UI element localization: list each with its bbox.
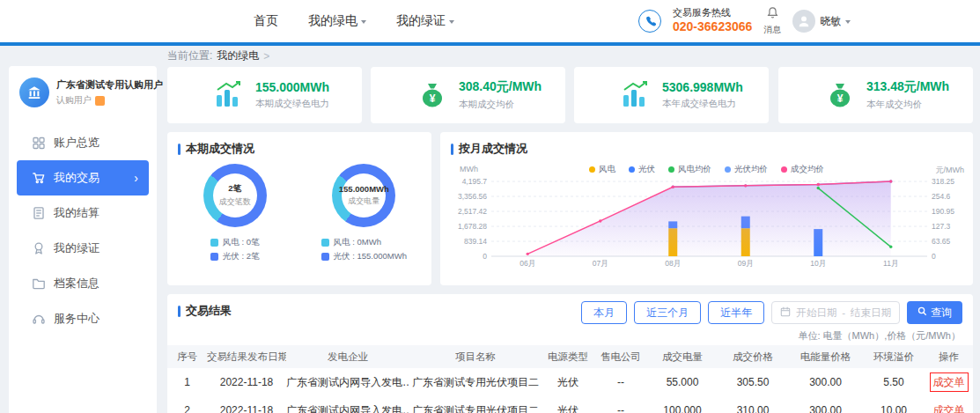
- top-header: 首页 我的绿电 我的绿证 交易服务热线 020-36623066: [0, 0, 980, 42]
- sidebar-item-green-cert[interactable]: 我的绿证: [9, 231, 157, 266]
- stat-card-period-avg-price: ¥ 308.40元/MWh 本期成交均价: [371, 67, 565, 123]
- col-header: 操作: [925, 345, 973, 368]
- donut-label: 成交电量: [348, 195, 379, 207]
- cell-price: 305.50: [718, 368, 788, 396]
- sidebar-item-my-trades[interactable]: 我的交易 ›: [17, 160, 149, 195]
- unit-note: 单位: 电量（MWh）,价格（元/MWh）: [798, 329, 961, 343]
- search-button[interactable]: 查询: [907, 301, 962, 324]
- x-tick-label: 06月: [519, 259, 535, 268]
- point-成交均价: [889, 180, 892, 182]
- cell-energy-price: 300.00: [788, 396, 863, 413]
- stat-label: 本年成交均价: [866, 99, 949, 111]
- legend-item-solar-avg[interactable]: 光伏均价: [725, 164, 768, 175]
- user-menu[interactable]: 晓敏: [792, 10, 851, 33]
- x-tick-label: 08月: [665, 259, 681, 268]
- sidebar: 广东省测试专用认购用户 认购用户 账户总览 我的交易 › 我的结算: [9, 66, 157, 413]
- stat-text: 308.40元/MWh 本期成交均价: [459, 79, 542, 111]
- sidebar-item-account-overview[interactable]: 账户总览: [9, 125, 157, 160]
- y-right-tick-label: 318.25: [932, 177, 954, 186]
- legend-label: 光伏: [638, 164, 655, 175]
- table-row: 2 2022-11-18 广东省测试内网导入发电… 广东省测试专用光伏项目二 光…: [167, 396, 973, 413]
- cell-env-premium: 5.50: [863, 368, 925, 396]
- y-right-tick-label: 127.3: [932, 222, 951, 231]
- donut-value: 2笔: [228, 183, 241, 195]
- bell-icon: [766, 6, 779, 23]
- breadcrumb-current[interactable]: 我的绿电: [217, 48, 259, 63]
- col-header: 交易结果发布日期: [207, 345, 286, 368]
- point-成交均价: [599, 219, 601, 222]
- nav-my-green-cert[interactable]: 我的绿证: [396, 13, 454, 29]
- date-range-picker[interactable]: 开始日期 - 结束日期: [771, 301, 900, 324]
- y-right-tick-label: 190.95: [932, 207, 954, 216]
- col-header: 成交电量: [647, 345, 718, 368]
- results-table: 序号 交易结果发布日期 发电企业 项目名称 电源类型 售电公司 成交电量 成交价…: [167, 345, 973, 413]
- legend-item-deal-avg[interactable]: 成交均价: [781, 164, 824, 175]
- headset-icon: [32, 312, 46, 326]
- y-left-tick-label: 4,195.7: [462, 177, 488, 186]
- sidebar-item-archive[interactable]: 档案信息: [9, 266, 157, 301]
- point-成交均价: [744, 184, 747, 187]
- sidebar-item-service-center[interactable]: 服务中心: [9, 301, 157, 336]
- point-风电均价: [817, 187, 820, 189]
- money-bag-icon: ¥: [416, 79, 448, 111]
- monthly-chart-panel: 按月成交情况 MWh 风电 光伏 风电均价 光伏均价 成交均价 元/MWh 4,…: [440, 132, 973, 285]
- main-nav: 首页 我的绿电 我的绿证: [254, 0, 454, 42]
- x-tick-label: 10月: [810, 259, 826, 268]
- app-root: 首页 我的绿电 我的绿证 交易服务热线 020-36623066: [0, 0, 980, 413]
- sidebar-item-label: 我的交易: [54, 170, 99, 186]
- money-bag-icon: ¥: [824, 79, 856, 111]
- legend-item: 光伏 : 155.000MWh: [321, 249, 407, 263]
- legend-item-wind-avg[interactable]: 风电均价: [668, 164, 711, 175]
- org-info: 广东省测试专用认购用户 认购用户: [56, 78, 163, 107]
- legend-item-solar[interactable]: 光伏: [629, 164, 655, 175]
- col-header: 发电企业: [286, 345, 409, 368]
- sidebar-item-label: 档案信息: [54, 276, 99, 291]
- nav-home[interactable]: 首页: [254, 13, 278, 29]
- stat-card-period-volume: 155.000MWh 本期成交绿色电力: [167, 67, 362, 123]
- bar-chart-icon: [213, 79, 245, 111]
- nav-my-green-power[interactable]: 我的绿电: [308, 13, 366, 29]
- stat-label: 本期成交绿色电力: [255, 98, 329, 110]
- deal-order-link[interactable]: 成交单: [933, 404, 965, 413]
- username: 晓敏: [820, 14, 841, 29]
- legend-dot: [668, 166, 674, 173]
- donut-row: 2笔 成交笔数 风电 : 0笔 光伏 : 2笔 155.000MWh 成交电量: [167, 164, 431, 264]
- header-accent-bar: [0, 42, 980, 46]
- nav-my-green-cert-label: 我的绿证: [396, 13, 446, 29]
- filter-bar: 本月 近三个月 近半年 开始日期 - 结束日期 查询: [581, 301, 962, 324]
- cell-env-premium: 10.00: [863, 396, 925, 413]
- filter-last-3-months-button[interactable]: 近三个月: [634, 301, 701, 324]
- cell-project-name: 广东省测试专用光伏项目二: [409, 368, 542, 396]
- account-overview-icon: [32, 136, 46, 150]
- col-header: 电源类型: [542, 345, 594, 368]
- legend-label: 成交均价: [791, 164, 824, 175]
- cell-price: 310.00: [718, 396, 788, 413]
- user-type-badge-icon: [95, 96, 105, 106]
- cell-power-type: 光伏: [542, 368, 594, 396]
- sidebar-item-settlement[interactable]: 我的结算: [9, 195, 157, 231]
- hotline-label: 交易服务热线: [673, 7, 752, 19]
- bar-chart-icon: [620, 79, 652, 111]
- col-header: 电能量价格: [788, 345, 863, 368]
- messages-button[interactable]: 消息: [763, 6, 781, 36]
- cell-power-type: 光伏: [542, 396, 594, 413]
- filter-this-month-button[interactable]: 本月: [581, 301, 627, 324]
- stat-value: 5306.998MWh: [662, 80, 743, 94]
- nav-home-label: 首页: [254, 13, 278, 29]
- filter-last-half-year-button[interactable]: 近半年: [708, 301, 764, 324]
- date-separator: -: [842, 307, 845, 318]
- x-tick-label: 07月: [593, 259, 608, 268]
- donut-ring: 2笔 成交笔数: [203, 164, 267, 227]
- sidebar-item-label: 服务中心: [54, 311, 99, 327]
- deal-order-link[interactable]: 成交单: [933, 376, 965, 388]
- cell-action: 成交单: [925, 368, 973, 396]
- hotline-number: 020-36623066: [673, 19, 752, 35]
- legend-item-wind[interactable]: 风电: [589, 164, 615, 175]
- legend-item: 光伏 : 2笔: [210, 249, 260, 263]
- stat-label: 本期成交均价: [459, 99, 542, 111]
- title-marker: [178, 306, 181, 317]
- donut-center: 155.000MWh 成交电量: [332, 164, 395, 227]
- x-tick-label: 09月: [738, 259, 754, 268]
- breadcrumb: 当前位置: 我的绿电 >: [167, 48, 269, 63]
- monthly-panel-title: 按月成交情况: [459, 141, 527, 157]
